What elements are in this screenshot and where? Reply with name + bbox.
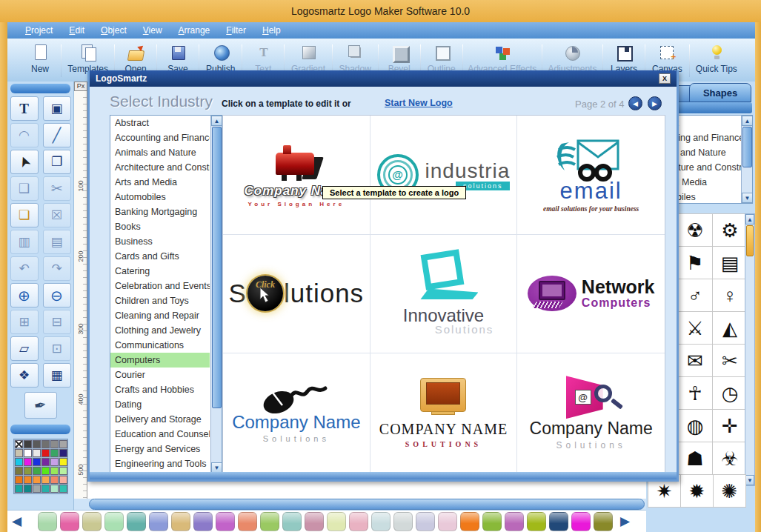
palette-swatch[interactable] [24, 467, 32, 475]
paste-tool[interactable]: ❏ [10, 203, 39, 227]
color-swatch-23[interactable] [549, 512, 568, 531]
palette-swatch[interactable] [50, 476, 59, 484]
scroll-up-icon[interactable]: ▲ [742, 116, 753, 126]
distribute-tool[interactable]: ⊞ [10, 310, 39, 334]
posthorn-mail-icon[interactable]: ✉ [678, 345, 712, 376]
color-swatch-4[interactable] [127, 512, 146, 531]
color-swatch-3[interactable] [104, 512, 124, 531]
industry-item-animals-and-nature[interactable]: Animals and Nature [110, 145, 210, 160]
scroll-down-icon[interactable]: ▼ [745, 475, 754, 485]
pattern-tool[interactable]: ▦ [43, 363, 71, 388]
cut-tool[interactable]: ✂ [43, 176, 71, 201]
palette-swatch[interactable] [15, 476, 23, 484]
undo-tool[interactable]: ↶ [10, 256, 39, 281]
color-swatch-24[interactable] [571, 512, 591, 531]
palette-swatch[interactable] [15, 449, 23, 457]
flag-runner-icon[interactable]: ⚑ [678, 247, 712, 279]
insert-image-tool[interactable]: ▣ [43, 96, 71, 121]
text-tool[interactable]: T [10, 96, 39, 121]
palette-swatch[interactable] [59, 485, 67, 493]
color-swatch-2[interactable] [82, 512, 102, 531]
dialog-titlebar[interactable]: LogoSmartz X [90, 70, 677, 87]
industry-item-arts-and-media[interactable]: Arts and Media [110, 175, 210, 190]
eyedropper-tool[interactable]: ✒ [24, 392, 57, 419]
select-tool[interactable]: ➤ [10, 150, 39, 174]
scrollbar-thumb[interactable] [742, 127, 752, 167]
industry-item-dating[interactable]: Dating [110, 397, 210, 412]
biohazard-icon[interactable]: ☣ [713, 442, 747, 474]
right-list-scrollbar[interactable]: ▲ ▼ [741, 116, 752, 203]
new-button[interactable]: New [21, 40, 59, 82]
sun-rays-icon[interactable]: ✹ [681, 475, 713, 507]
industry-item-banking-mortgaging[interactable]: Banking Mortgaging [110, 205, 210, 219]
redo-tool[interactable]: ↷ [43, 256, 71, 281]
industry-item-accounting-and-finance[interactable]: Accounting and Finance [110, 130, 210, 145]
industry-item-books[interactable]: Books [110, 219, 210, 234]
palette-swatch[interactable] [33, 485, 41, 493]
industry-item-celebration-and-events[interactable]: Celebration and Events [110, 279, 210, 293]
woman-figure-icon[interactable]: ☥ [678, 377, 712, 409]
palette-swatch[interactable] [15, 440, 23, 448]
industry-item-architecture-and-constr[interactable]: Architecture and Constr [110, 160, 210, 175]
delete-tool[interactable]: ☒ [43, 203, 71, 227]
palette-swatch[interactable] [59, 458, 67, 466]
industry-item-crafts-and-hobbies[interactable]: Crafts and Hobbies [110, 382, 210, 397]
template-crt-company[interactable]: COMPANY NAME SOLUTIONS [370, 353, 518, 473]
palette-swatch[interactable] [50, 449, 59, 457]
effects-tool[interactable]: ❖ [10, 363, 39, 388]
color-swatch-14[interactable] [349, 512, 368, 531]
zoom-in-tool[interactable]: ⊕ [10, 283, 39, 307]
industry-item-computers[interactable]: Computers [110, 353, 210, 368]
template-industria[interactable]: @ industria solutions [370, 116, 518, 235]
palette-swatch[interactable] [41, 485, 50, 493]
palette-swatch[interactable] [24, 485, 32, 493]
palette-swatch[interactable] [50, 458, 59, 466]
male-symbol-icon[interactable]: ♂ [678, 279, 712, 311]
palette-swatch[interactable] [59, 449, 67, 457]
menu-item-help[interactable]: Help [262, 25, 281, 36]
color-swatch-5[interactable] [149, 512, 168, 531]
industry-item-education-and-counsel[interactable]: Education and Counsel [110, 427, 210, 442]
color-swatch-11[interactable] [282, 512, 302, 531]
color-swatch-10[interactable] [260, 512, 279, 531]
palette-swatch[interactable] [41, 476, 50, 484]
palette-swatch[interactable] [41, 467, 50, 475]
arc-tool[interactable]: ◠ [10, 123, 39, 147]
gear-icon[interactable]: ⚙ [713, 214, 747, 246]
palette-swatch[interactable] [50, 485, 59, 493]
color-swatch-12[interactable] [305, 512, 324, 531]
palette-swatch[interactable] [24, 458, 32, 466]
shapes-scrollbar[interactable]: ▲ ▼ [745, 213, 755, 486]
previous-page-button[interactable]: ◀ [628, 96, 642, 110]
color-swatch-21[interactable] [505, 512, 524, 531]
palette-swatch[interactable] [33, 458, 41, 466]
industry-item-energy-and-services[interactable]: Energy and Services [110, 442, 210, 456]
industry-item-children-and-toys[interactable]: Children and Toys [110, 293, 210, 308]
industry-list-scrollbar[interactable]: ▲ ▼ [210, 116, 222, 473]
palette-swatch[interactable] [24, 449, 32, 457]
zoom-out-tool[interactable]: ⊖ [43, 283, 71, 307]
mountain-circle-icon[interactable]: ◍ [678, 410, 712, 442]
industry-item-business[interactable]: Business [110, 234, 210, 249]
color-swatch-16[interactable] [393, 512, 413, 531]
color-swatch-18[interactable] [438, 512, 457, 531]
template-mouse-company[interactable]: Company Name Solutions [223, 353, 370, 473]
color-swatch-13[interactable] [327, 512, 346, 531]
template-innovative[interactable]: Innovative Solutions [370, 235, 518, 354]
align-tool[interactable]: ⊟ [43, 310, 71, 334]
copy-tool[interactable]: ❑ [10, 176, 39, 201]
menu-item-arrange[interactable]: Arrange [179, 25, 210, 36]
canvas-horizontal-scrollbar[interactable] [89, 499, 645, 510]
palette-swatch[interactable] [33, 440, 41, 448]
template-print-machine[interactable]: Company Name Your Slogan Here [223, 116, 370, 235]
color-swatch-15[interactable] [371, 512, 391, 531]
color-swatch-25[interactable] [594, 512, 613, 531]
menu-item-project[interactable]: Project [25, 25, 53, 36]
color-swatch-7[interactable] [193, 512, 213, 531]
stacked-layers-icon[interactable]: ▤ [713, 247, 747, 279]
palette-swatch[interactable] [59, 476, 67, 484]
industry-item-engineering-and-tools[interactable]: Engineering and Tools [110, 456, 210, 471]
industry-item-courier[interactable]: Courier [110, 368, 210, 382]
female-symbol-icon[interactable]: ♀ [713, 279, 747, 311]
template-click-solutions[interactable]: S Click lutions [223, 235, 370, 354]
